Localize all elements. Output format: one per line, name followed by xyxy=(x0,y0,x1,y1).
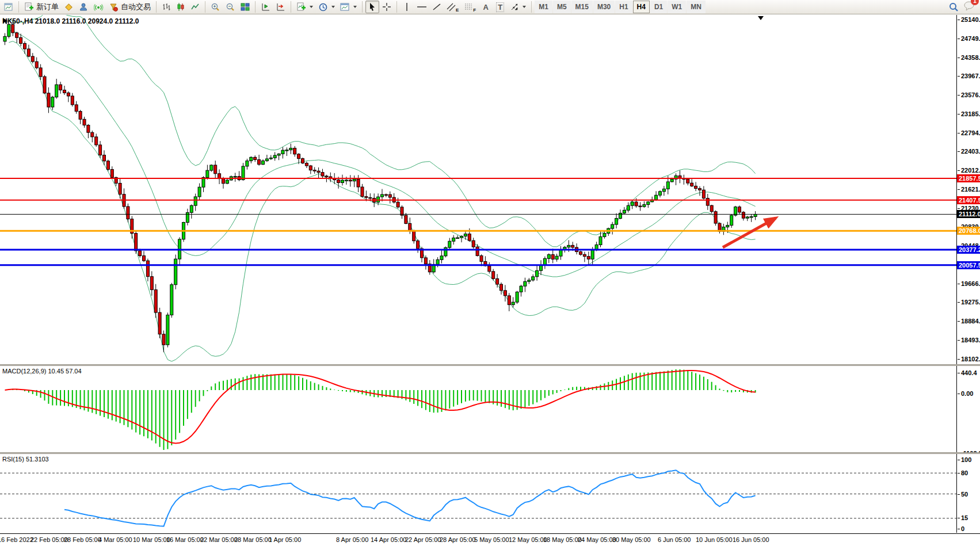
rsi-canvas[interactable] xyxy=(0,454,956,533)
price-tick-label: 21621.5 xyxy=(961,186,980,193)
text-label-button[interactable]: T xyxy=(493,1,507,13)
vertical-line-button[interactable] xyxy=(400,1,414,13)
price-tick-label: 23185.5 xyxy=(961,110,980,117)
candlestick-canvas[interactable] xyxy=(0,15,956,364)
price-tick-label: 23967.5 xyxy=(961,72,980,79)
clock-icon xyxy=(318,2,328,12)
price-tick-label: 23576.5 xyxy=(961,91,980,98)
mouse-cursor-icon xyxy=(2,17,9,24)
toolbar: 新订单 自动交易 xyxy=(0,0,980,14)
dropdown-caret-icon xyxy=(353,6,357,8)
price-tick-label: 24749.5 xyxy=(961,35,980,42)
chart-shift-icon xyxy=(276,2,285,12)
notifications-button[interactable]: 1 xyxy=(963,1,975,13)
rsi-axis[interactable]: 1008050150 xyxy=(956,454,980,533)
text-button[interactable]: A xyxy=(479,1,493,13)
date-tick-label: 30 May 05:00 xyxy=(612,536,651,543)
macd-axis[interactable]: 440.40.00-1102.21 xyxy=(956,366,980,452)
date-tick-label: 18 May 05:00 xyxy=(543,536,582,543)
price-tick-label: 25140.5 xyxy=(961,16,980,23)
new-order-button[interactable]: 新订单 xyxy=(22,1,61,13)
indicators-icon xyxy=(296,2,306,12)
toolbar-separator xyxy=(396,1,397,13)
chart-header: HK50-,H4 21018.0 21116.0 20924.0 21112.0 xyxy=(2,17,139,25)
price-line-label: 21112.0 xyxy=(957,210,980,218)
date-tick-label: 22 Mar 05:00 xyxy=(200,536,238,543)
zoom-in-button[interactable] xyxy=(208,1,223,13)
toolbar-separator xyxy=(156,1,157,13)
tf-d1-button[interactable]: D1 xyxy=(650,1,667,13)
date-tick-label: 28 Mar 05:00 xyxy=(234,536,272,543)
chart-window-icon xyxy=(4,2,13,12)
rsi-axis-label: 80 xyxy=(961,469,968,476)
time-axis[interactable]: 16 Feb 202222 Feb 05:0028 Feb 05:004 Mar… xyxy=(0,533,980,546)
toolbar-separator xyxy=(531,1,532,13)
date-tick-label: 6 Jun 05:00 xyxy=(658,536,691,543)
tf-w1-button[interactable]: W1 xyxy=(668,1,686,13)
signals-button[interactable] xyxy=(91,1,106,13)
date-tick-label: 28 Apr 05:00 xyxy=(440,536,475,543)
toolbar-separator xyxy=(18,1,19,13)
macd-pane[interactable]: MACD(12,26,9) 10.45 57.04 440.40.00-1102… xyxy=(0,366,980,452)
navigator-button[interactable] xyxy=(77,1,91,13)
tf-mn-button[interactable]: MN xyxy=(687,1,706,13)
candlestick-button[interactable] xyxy=(174,1,188,13)
cursor-button[interactable] xyxy=(365,1,379,13)
tf-m30-button[interactable]: M30 xyxy=(593,1,615,13)
line-chart-button[interactable] xyxy=(188,1,202,13)
price-tick-label: 22794.5 xyxy=(961,129,980,136)
trendline-icon xyxy=(432,2,441,12)
chart-shift-button[interactable] xyxy=(273,1,288,13)
tf-m5-button[interactable]: M5 xyxy=(553,1,571,13)
channel-icon xyxy=(447,2,456,12)
macd-label: MACD(12,26,9) 10.45 57.04 xyxy=(2,368,82,375)
fibonacci-button[interactable]: F xyxy=(462,1,478,13)
line-chart-icon xyxy=(190,2,200,12)
search-icon[interactable] xyxy=(948,2,959,12)
rsi-value: 51.3103 xyxy=(26,456,49,463)
price-tick-label: 24358.5 xyxy=(961,54,980,61)
templates-button[interactable] xyxy=(338,1,359,13)
autotrade-icon xyxy=(109,2,119,12)
equidistant-channel-button[interactable]: E xyxy=(444,1,461,13)
market-watch-button[interactable] xyxy=(62,1,76,13)
price-tick-label: 22012.5 xyxy=(961,167,980,174)
user-icon xyxy=(79,2,89,12)
trendline-button[interactable] xyxy=(430,1,444,13)
tile-windows-button[interactable] xyxy=(238,1,252,13)
horizontal-line-icon xyxy=(417,2,427,12)
chart-ohlc-header: HK50-,H4 21018.0 21116.0 20924.0 21112.0 xyxy=(2,17,139,25)
price-line-label: 21857.5 xyxy=(957,174,980,182)
price-chart-pane[interactable]: HK50-,H4 21018.0 21116.0 20924.0 21112.0… xyxy=(0,15,980,364)
tf-m15-button[interactable]: M15 xyxy=(571,1,593,13)
toolbar-separator xyxy=(255,1,256,13)
tf-m1-button[interactable]: M1 xyxy=(535,1,552,13)
autotrade-button[interactable]: 自动交易 xyxy=(106,1,153,13)
macd-name: MACD(12,26,9) xyxy=(2,368,46,375)
periods-button[interactable] xyxy=(316,1,337,13)
date-tick-label: 5 May 05:00 xyxy=(474,536,509,543)
tf-h4-button[interactable]: H4 xyxy=(633,1,650,13)
price-tick-label: 19275.5 xyxy=(961,299,980,306)
price-tick-label: 19666.5 xyxy=(961,280,980,287)
horizontal-line-button[interactable] xyxy=(414,1,429,13)
candlestick-icon xyxy=(176,2,185,12)
price-tick-label: 18102.5 xyxy=(961,356,980,362)
date-tick-label: 24 May 05:00 xyxy=(578,536,616,543)
auto-scroll-button[interactable] xyxy=(258,1,273,13)
chart-shift-marker-icon[interactable] xyxy=(758,16,764,20)
price-axis[interactable]: 25140.524749.524358.523967.523576.523185… xyxy=(956,15,980,364)
macd-canvas[interactable] xyxy=(0,366,956,452)
arrows-button[interactable] xyxy=(508,1,528,13)
fibonacci-icon xyxy=(464,2,473,12)
macd-axis-label: 0.00 xyxy=(961,390,973,397)
tf-h1-button[interactable]: H1 xyxy=(615,1,632,13)
crosshair-button[interactable] xyxy=(380,1,394,13)
rsi-pane[interactable]: RSI(15) 51.3103 1008050150 xyxy=(0,454,980,533)
text-tool-icon: A xyxy=(483,3,489,12)
indicators-button[interactable] xyxy=(294,1,315,13)
chart-window-button[interactable] xyxy=(2,1,16,13)
bar-chart-button[interactable] xyxy=(159,1,173,13)
toolbar-separator xyxy=(362,1,363,13)
zoom-out-button[interactable] xyxy=(223,1,238,13)
